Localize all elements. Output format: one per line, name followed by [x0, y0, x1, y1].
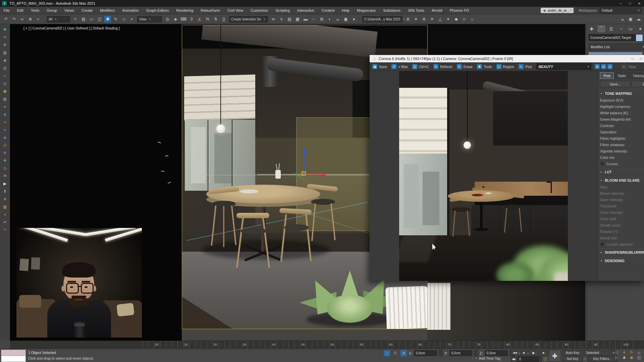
selection-lock-icon[interactable]: ⚿: [392, 350, 398, 356]
key-mode-toggle-icon[interactable]: ⚿: [544, 357, 547, 362]
scene-explorer-icon[interactable]: ▤: [286, 15, 293, 23]
snap-toggle-3d-icon[interactable]: 3: [188, 15, 195, 23]
curve-editor-icon[interactable]: ~: [310, 15, 317, 23]
walk-through-icon[interactable]: ♟: [621, 355, 628, 360]
select-and-link-icon[interactable]: ∞: [18, 15, 26, 23]
left-tool-icon[interactable]: ✚: [1, 25, 9, 33]
script-listener-icon[interactable]: ≣: [404, 15, 412, 23]
schematic-view-icon[interactable]: ⊞: [318, 15, 325, 23]
menu-item[interactable]: Civil View: [224, 7, 247, 14]
left-tool-icon[interactable]: ⚑: [1, 226, 9, 234]
render-pass-dropdown[interactable]: BEAUTY ▾: [536, 63, 591, 70]
left-tool-icon[interactable]: ✂: [1, 218, 9, 226]
corona-minimize-button[interactable]: ─: [628, 57, 637, 61]
menu-item[interactable]: File: [0, 7, 13, 14]
sharpening-header[interactable]: ► SHARPENING/BLURRING: [600, 249, 644, 256]
hierarchy-tab-icon[interactable]: ☰: [607, 25, 615, 32]
maximize-viewport-icon[interactable]: ◱: [636, 355, 642, 360]
sun-positioner-icon[interactable]: ☀: [444, 15, 452, 23]
goto-start-button[interactable]: ◀◀: [511, 350, 519, 356]
project-path-dropdown[interactable]: C:\Users\A...s Max 2021 ▾: [362, 16, 402, 22]
spinner[interactable]: [538, 356, 542, 362]
create-tab-icon[interactable]: ✚: [588, 25, 595, 32]
menu-item[interactable]: Create: [78, 7, 96, 14]
selection-filter-dropdown[interactable]: All ▾: [47, 16, 70, 22]
workspaces-selector[interactable]: Workspaces: Default ▾: [577, 7, 643, 14]
left-tool-icon[interactable]: ●: [1, 72, 9, 79]
custom-aperture-checkbox[interactable]: [600, 242, 604, 246]
settings-load-button[interactable]: Load: [632, 81, 644, 87]
window-blind[interactable]: [184, 74, 255, 121]
menu-item[interactable]: Help: [338, 7, 353, 14]
keyboard-shortcut-override-icon[interactable]: ⌨: [180, 15, 187, 23]
lut-header[interactable]: ► LUT: [600, 168, 644, 175]
menu-item[interactable]: Arnold: [428, 7, 446, 14]
current-frame-field[interactable]: 0: [518, 356, 538, 362]
object-name-field[interactable]: CoronaCamera002.Target: [589, 34, 637, 41]
left-tool-icon[interactable]: ▦: [1, 49, 9, 56]
timeline[interactable]: 20253035404550556065707580859095100: [10, 341, 644, 349]
user-account-menu[interactable]: ☻ ander_de_al... ▾: [541, 8, 574, 13]
sini-ignite-icon[interactable]: ✦: [412, 15, 420, 23]
render-production-icon[interactable]: ●: [350, 15, 358, 23]
corona-titlebar[interactable]: ☺ Corona 6 (Hotfix 1) | 592×740px (1:1) …: [370, 55, 644, 62]
corona-refresh-button[interactable]: ↻ Refresh: [433, 64, 452, 69]
modifier-list-dropdown[interactable]: Modifier List ▾: [589, 44, 644, 50]
corona-tools-button[interactable]: ✱ Tools: [477, 64, 492, 69]
corona-erase-button[interactable]: ✕ Erase: [457, 64, 473, 69]
proxy-icon[interactable]: △: [436, 15, 444, 23]
zoom-out-icon[interactable]: ⊖: [601, 64, 606, 69]
menu-item[interactable]: Megascans: [353, 7, 379, 14]
motion-tab-icon[interactable]: ◔: [617, 25, 625, 32]
phoenix-toolbar-icon[interactable]: ♨: [469, 15, 476, 23]
set-key-button[interactable]: Set Key: [562, 356, 583, 362]
select-and-manipulate-icon[interactable]: ◈: [172, 15, 179, 23]
left-tool-icon[interactable]: ◎: [1, 79, 9, 87]
chair[interactable]: [235, 213, 272, 290]
left-tool-icon[interactable]: ✳: [1, 33, 9, 41]
menu-item[interactable]: Views: [61, 7, 78, 14]
left-tool-icon[interactable]: ✳: [1, 172, 9, 180]
rectangular-selection-region-icon[interactable]: ▭: [88, 15, 95, 23]
corona-pick-button[interactable]: ↖ Pick: [519, 64, 532, 69]
corona-toolbar-icon[interactable]: ☺: [461, 15, 468, 23]
menu-item[interactable]: Graph Editors: [143, 7, 173, 14]
forensic-icon[interactable]: ⊚: [420, 15, 428, 23]
left-tool-icon[interactable]: ◆: [1, 110, 9, 118]
left-tool-icon[interactable]: ◈: [1, 133, 9, 141]
left-tool-icon[interactable]: ❖: [1, 149, 9, 157]
left-tool-icon[interactable]: ●: [1, 103, 9, 110]
vray-toolbar-icon[interactable]: ◆: [452, 15, 460, 23]
menu-item[interactable]: Rendering: [173, 7, 197, 14]
selection-region-icon[interactable]: ⬚: [384, 350, 390, 356]
use-pivot-center-icon[interactable]: ◎: [164, 15, 171, 23]
reference-coordinate-dropdown[interactable]: View ▾: [137, 16, 162, 22]
select-and-place-icon[interactable]: ⌖: [128, 15, 136, 23]
menu-item[interactable]: Interactive: [293, 7, 318, 14]
z-coordinate-field[interactable]: 0,0cm: [485, 350, 508, 356]
window-crossing-toggle-icon[interactable]: ◫: [96, 15, 103, 23]
named-selection-sets-dropdown[interactable]: Create Selection Se ▾: [229, 16, 268, 22]
left-tool-icon[interactable]: ◉: [1, 87, 9, 95]
left-tool-icon[interactable]: ▦: [1, 203, 9, 210]
pendant-bulb[interactable]: [216, 124, 225, 133]
left-tool-icon[interactable]: ◇: [1, 164, 9, 172]
spinner-snap-icon[interactable]: ⇅: [212, 15, 219, 23]
angle-snap-icon[interactable]: ∠: [196, 15, 203, 23]
spinner[interactable]: [439, 350, 442, 356]
orbit-icon[interactable]: ↻: [628, 350, 635, 355]
rendered-frame-window-icon[interactable]: ▣: [342, 15, 350, 23]
isolate-selection-icon[interactable]: ⊡: [613, 350, 620, 355]
render-setup-icon[interactable]: ☕: [334, 15, 341, 23]
named-selection-sets-icon[interactable]: {}: [220, 15, 227, 23]
select-and-move-icon[interactable]: ✚: [104, 15, 111, 23]
left-tool-icon[interactable]: ‖: [1, 187, 9, 195]
menu-item[interactable]: Customize: [247, 7, 272, 14]
selected-filter-dropdown[interactable]: Selected ▾: [584, 350, 616, 356]
menu-item[interactable]: RebusFarm: [197, 7, 223, 14]
play-button[interactable]: ▶: [528, 350, 539, 356]
listener-macro-row[interactable]: [1, 350, 25, 356]
corona-save-button[interactable]: ▦ Save: [372, 64, 387, 69]
next-frame-button[interactable]: ▶: [540, 350, 548, 356]
corona-maximize-button[interactable]: □: [637, 57, 644, 61]
